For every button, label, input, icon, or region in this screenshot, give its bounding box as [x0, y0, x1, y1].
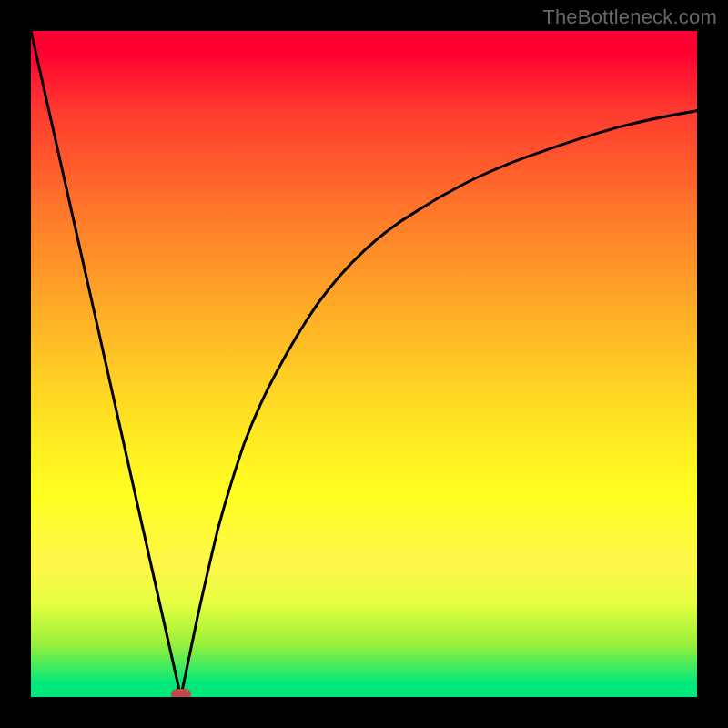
curve-path — [31, 31, 697, 697]
chart-plot-area — [31, 31, 697, 697]
bottleneck-curve — [31, 31, 697, 697]
minimum-marker — [171, 689, 191, 697]
watermark-text: TheBottleneck.com — [542, 5, 717, 29]
